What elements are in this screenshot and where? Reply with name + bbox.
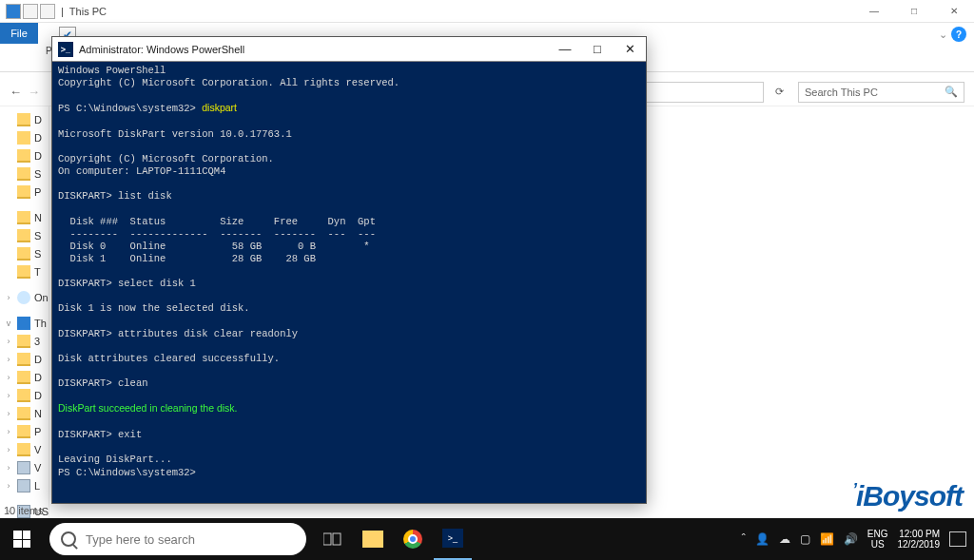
tree-expand-icon[interactable]: › xyxy=(4,445,13,454)
sidebar-item[interactable]: T xyxy=(0,262,49,280)
sidebar-item[interactable]: ›L xyxy=(0,476,49,494)
tree-expand-icon[interactable]: v xyxy=(4,319,13,328)
tray-chevron-icon[interactable]: ˆ xyxy=(742,532,746,546)
sidebar-item[interactable]: D xyxy=(0,128,49,146)
sidebar-item[interactable]: ›N xyxy=(0,404,49,422)
sidebar-item[interactable]: D xyxy=(0,110,49,128)
sidebar-item-label: D xyxy=(34,354,42,365)
tray-language[interactable]: ENG US xyxy=(867,529,888,550)
sidebar-item-label: D xyxy=(34,390,42,401)
sidebar-item-label: N xyxy=(34,408,42,419)
sidebar-item[interactable] xyxy=(0,494,49,502)
folder-icon xyxy=(17,443,30,456)
help-icon[interactable]: ? xyxy=(951,27,966,42)
close-button[interactable]: ✕ xyxy=(614,39,646,60)
file-explorer-taskbar-icon[interactable] xyxy=(354,518,392,560)
close-button[interactable]: ✕ xyxy=(934,1,974,22)
tree-expand-icon[interactable]: › xyxy=(4,391,13,400)
start-button[interactable] xyxy=(0,518,44,560)
tree-expand-icon[interactable]: › xyxy=(4,481,13,491)
folder-icon xyxy=(17,185,30,199)
forward-button[interactable]: → xyxy=(28,85,40,99)
sidebar-item-label: D xyxy=(34,132,42,144)
system-tray: ˆ 👤 ☁ ▢ 📶 🔊 ENG US 12:00 PM 12/2/2019 xyxy=(742,529,974,550)
sidebar-item[interactable]: ›P xyxy=(0,422,49,440)
svg-rect-0 xyxy=(323,533,331,545)
powershell-taskbar-icon[interactable]: >_ xyxy=(434,518,472,560)
task-view-button[interactable] xyxy=(314,518,352,560)
ribbon-collapse-caret[interactable]: ⌄ xyxy=(939,29,947,41)
sidebar-item[interactable]: ›D xyxy=(0,368,49,386)
back-button[interactable]: ← xyxy=(10,85,22,99)
sidebar-item[interactable]: S xyxy=(0,226,49,244)
drive-icon xyxy=(17,479,30,492)
sidebar-item[interactable]: ›D xyxy=(0,386,49,404)
sidebar-item[interactable]: ›On xyxy=(0,288,49,306)
tray-battery-icon[interactable]: ▢ xyxy=(800,532,810,546)
qat-button[interactable] xyxy=(40,4,55,19)
explorer-titlebar[interactable]: | This PC — □ ✕ xyxy=(0,0,974,23)
sidebar-item[interactable]: ›V xyxy=(0,440,49,458)
refresh-icon[interactable]: ⟳ xyxy=(775,86,790,98)
sidebar-item-label: V xyxy=(34,444,41,455)
quick-access-toolbar xyxy=(6,4,55,19)
explorer-title: This PC xyxy=(69,6,107,17)
tray-clock[interactable]: 12:00 PM 12/2/2019 xyxy=(898,529,941,550)
taskbar-search[interactable]: Type here to search xyxy=(49,523,306,555)
minimize-button[interactable]: — xyxy=(854,1,894,22)
sidebar-item[interactable]: P xyxy=(0,183,49,201)
watermark-logo: ’iBoysoft xyxy=(852,480,963,512)
explorer-search-box[interactable]: Search This PC 🔍 xyxy=(798,82,964,103)
explorer-title-sep: | xyxy=(61,6,64,17)
file-tab[interactable]: File xyxy=(0,23,38,44)
sidebar-item[interactable]: S xyxy=(0,164,49,183)
explorer-sidebar[interactable]: DDDSPNSST›OnvTh›3›D›D›D›N›P›V›V›L›US xyxy=(0,106,49,518)
tray-cloud-icon[interactable]: ☁ xyxy=(779,532,790,546)
sidebar-item[interactable]: ›V xyxy=(0,458,49,476)
sidebar-item[interactable]: vTh xyxy=(0,314,49,332)
sidebar-item[interactable] xyxy=(0,280,49,288)
sidebar-item-label: P xyxy=(34,186,41,198)
sidebar-item[interactable] xyxy=(0,201,49,208)
tree-expand-icon[interactable]: › xyxy=(4,337,13,346)
powershell-titlebar[interactable]: >_ Administrator: Windows PowerShell — □… xyxy=(52,37,646,62)
sidebar-item-label: S xyxy=(34,248,41,260)
sidebar-item-label: D xyxy=(34,114,42,126)
sidebar-item-label: Th xyxy=(34,318,47,329)
sidebar-item[interactable] xyxy=(0,306,49,314)
tree-expand-icon[interactable]: › xyxy=(4,355,13,364)
tree-expand-icon[interactable]: › xyxy=(4,427,13,436)
tray-people-icon[interactable]: 👤 xyxy=(755,532,769,546)
tree-expand-icon[interactable]: › xyxy=(4,293,13,302)
sidebar-item-label: P xyxy=(34,426,41,437)
qat-button[interactable] xyxy=(23,4,38,19)
tree-expand-icon[interactable]: › xyxy=(4,409,13,418)
sidebar-item-label: D xyxy=(34,372,42,383)
powershell-window[interactable]: >_ Administrator: Windows PowerShell — □… xyxy=(51,36,647,504)
sidebar-item[interactable]: S xyxy=(0,244,49,262)
sidebar-item-label: 3 xyxy=(34,336,40,347)
sidebar-item[interactable]: D xyxy=(0,146,49,164)
maximize-button[interactable]: □ xyxy=(894,1,934,22)
tray-wifi-icon[interactable]: 📶 xyxy=(820,532,834,546)
action-center-icon[interactable] xyxy=(949,531,966,547)
tree-expand-icon[interactable]: › xyxy=(4,373,13,382)
folder-icon xyxy=(17,353,30,366)
sidebar-item[interactable]: ›D xyxy=(0,350,49,368)
powershell-terminal-body[interactable]: Windows PowerShell Copyright (C) Microso… xyxy=(52,62,646,503)
taskbar: Type here to search >_ ˆ 👤 ☁ ▢ 📶 🔊 ENG U… xyxy=(0,518,974,560)
folder-icon xyxy=(17,425,30,438)
tray-lang-top: ENG xyxy=(867,529,888,539)
taskbar-pinned-apps: >_ xyxy=(314,518,472,560)
chrome-taskbar-icon[interactable] xyxy=(394,518,432,560)
tray-volume-icon[interactable]: 🔊 xyxy=(844,532,858,546)
sidebar-item-label: L xyxy=(34,480,40,492)
pc-icon xyxy=(17,317,30,330)
minimize-button[interactable]: — xyxy=(549,39,581,60)
folder-icon xyxy=(17,389,30,402)
maximize-button[interactable]: □ xyxy=(581,39,614,60)
folder-icon xyxy=(17,265,30,279)
tree-expand-icon[interactable]: › xyxy=(4,463,13,473)
sidebar-item[interactable]: N xyxy=(0,208,49,226)
sidebar-item[interactable]: ›3 xyxy=(0,332,49,350)
